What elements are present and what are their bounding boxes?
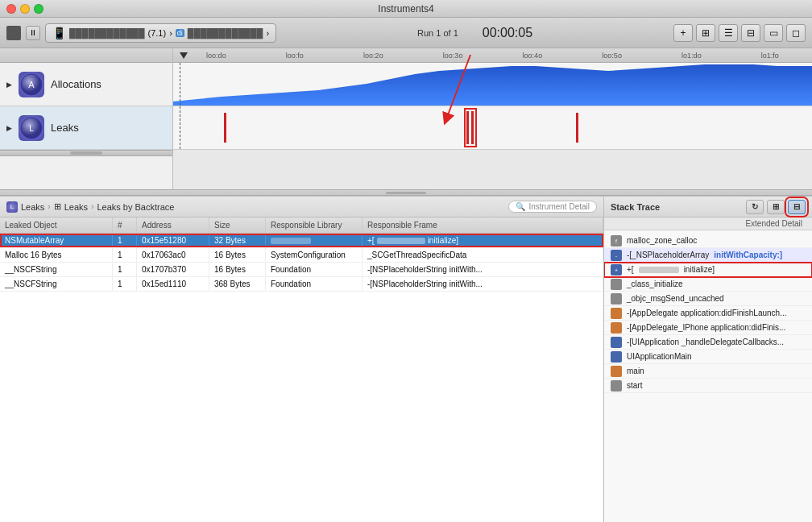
view-btn-5[interactable]: ◻ <box>786 24 806 42</box>
instruments-icon: di <box>176 29 184 37</box>
target-selector[interactable]: 📱 ████████████ (7.1) › di ████████████ › <box>45 23 276 43</box>
stack-item-9[interactable]: main <box>604 364 812 379</box>
th-address[interactable]: Address <box>137 218 209 233</box>
allocations-track[interactable] <box>173 63 812 106</box>
stack-label-10: start <box>627 381 642 390</box>
minimize-button[interactable] <box>20 4 30 14</box>
view-btn-4[interactable]: ▭ <box>764 24 783 42</box>
timeline-section: ▶ A Allocations <box>0 48 812 189</box>
td-address-2: 0x1707b370 <box>137 263 209 276</box>
svg-text:f: f <box>615 238 617 244</box>
stack-label-3: _class_initialize <box>627 280 682 288</box>
pause-button[interactable]: ⏸ <box>26 26 40 40</box>
stack-item-7[interactable]: -[UIApplication _handleDelegateCallbacks… <box>604 335 812 350</box>
extended-detail-label: Extended Detail <box>745 219 802 228</box>
leak-marker-1 <box>224 113 226 143</box>
stack-label-2b <box>639 267 679 273</box>
stack-label-1b: initWithCapacity:] <box>714 251 782 259</box>
svg-rect-15 <box>611 309 621 318</box>
tick-4: loo:4o <box>523 52 543 60</box>
search-placeholder: Instrument Detail <box>528 202 590 211</box>
zoom-button[interactable] <box>34 4 44 14</box>
stack-label-1: -[_NSPlaceholderArray <box>627 251 709 259</box>
stack-label-4: _objc_msgSend_uncached <box>627 294 724 303</box>
view-btn-1[interactable]: ⊞ <box>696 24 715 42</box>
stack-icon-6 <box>611 322 622 334</box>
stack-item-2[interactable]: + +[ initialize] <box>604 263 812 277</box>
stack-refresh-btn[interactable]: ↻ <box>746 200 764 214</box>
stack-icon-9 <box>611 366 622 377</box>
td-size-3: 368 Bytes <box>209 277 266 291</box>
leaks-track[interactable] <box>173 106 812 150</box>
stack-item-5[interactable]: -[AppDelegate application:didFinishLaunc… <box>604 306 812 321</box>
th-frame[interactable]: Responsible Frame <box>362 218 603 233</box>
td-size-2: 16 Bytes <box>209 263 266 276</box>
breadcrumb-leaks-text-2: Leaks <box>64 202 88 212</box>
allocations-icon: A <box>19 72 44 97</box>
td-frame-1: _SCGetThreadSpecificData <box>362 248 603 262</box>
table-row-1[interactable]: Malloc 16 Bytes 1 0x17063ac0 16 Bytes Sy… <box>0 248 603 263</box>
svg-rect-16 <box>611 323 621 333</box>
leak-marker-large-inner <box>466 111 469 144</box>
td-hash-0: 1 <box>113 234 137 247</box>
td-frame-2: -[NSPlaceholderString initWith... <box>362 263 603 276</box>
resize-handle[interactable] <box>0 150 172 156</box>
td-size-0: 32 Bytes <box>209 234 266 247</box>
breadcrumb-leaks-2[interactable]: Leaks <box>64 202 88 212</box>
td-object-3: __NSCFString <box>0 277 113 291</box>
td-address-0: 0x15e51280 <box>137 234 209 247</box>
instruments-panel: ▶ A Allocations <box>0 48 173 189</box>
stack-icon-0: f <box>611 235 622 246</box>
stack-item-8[interactable]: UIApplicationMain <box>604 350 812 364</box>
th-size[interactable]: Size <box>209 218 266 233</box>
main-resize-handle[interactable] <box>0 189 812 196</box>
breadcrumb-sep-2: › <box>91 202 93 211</box>
titlebar: Instruments4 <box>0 0 812 18</box>
stack-trace-panel: Stack Trace ↻ ⊞ ⊟ Extended Detail f m <box>604 197 812 522</box>
stack-icon-2: + <box>611 264 622 276</box>
th-leaked-object[interactable]: Leaked Object <box>0 218 113 233</box>
stack-item-4[interactable]: _objc_msgSend_uncached <box>604 292 812 306</box>
th-library[interactable]: Responsible Library <box>266 218 362 233</box>
td-frame-3: -[NSPlaceholderString initWith... <box>362 277 603 291</box>
stack-label-2c: initialize] <box>684 265 715 274</box>
stack-item-0[interactable]: f malloc_zone_calloc <box>604 234 812 248</box>
table-row-2[interactable]: __NSCFString 1 0x1707b370 16 Bytes Found… <box>0 263 603 277</box>
main-layout: ▶ A Allocations <box>0 48 812 522</box>
td-hash-1: 1 <box>113 248 137 262</box>
stack-label-6: -[AppDelegate_IPhone application:didFini… <box>627 323 785 332</box>
stack-item-10[interactable]: start <box>604 379 812 393</box>
detail-area: L Leaks › ⊞ Leaks › Leaks by Backtrace 🔍… <box>0 196 812 522</box>
instrument-row-leaks[interactable]: ▶ L Leaks <box>0 106 172 150</box>
table-header: Leaked Object # Address Size Responsible… <box>0 218 603 234</box>
svg-rect-18 <box>611 352 621 362</box>
instrument-row-allocations[interactable]: ▶ A Allocations <box>0 63 172 106</box>
svg-text:A: A <box>28 80 35 89</box>
close-button[interactable] <box>6 4 16 14</box>
cursor-line-leaks <box>180 106 180 149</box>
tick-1: loo:fo <box>286 52 304 60</box>
resize-grip-main <box>386 192 426 194</box>
run-info: Run 1 of 1 00:00:05 <box>281 26 669 40</box>
stack-label-8: UIApplicationMain <box>627 352 692 361</box>
stack-item-6[interactable]: -[AppDelegate_IPhone application:didFini… <box>604 321 812 335</box>
breadcrumb-leaks-by-backtrace[interactable]: Leaks by Backtrace <box>97 202 174 212</box>
instrument-detail-search[interactable]: 🔍 Instrument Detail <box>508 201 597 213</box>
th-hash[interactable]: # <box>113 218 137 233</box>
td-library-1: SystemConfiguration <box>266 248 362 262</box>
view-btn-2[interactable]: ☰ <box>719 24 738 42</box>
td-address-1: 0x17063ac0 <box>137 248 209 262</box>
breadcrumb-leaks-1[interactable]: Leaks <box>21 202 44 212</box>
stack-detail-btn[interactable]: ⊟ <box>788 200 806 214</box>
stack-item-3[interactable]: _class_initialize <box>604 277 812 292</box>
stop-button[interactable] <box>6 26 21 40</box>
add-instrument-button[interactable]: + <box>673 24 693 42</box>
view-btn-3[interactable]: ⊟ <box>741 24 760 42</box>
stack-item-1[interactable]: - -[_NSPlaceholderArray initWithCapacity… <box>604 248 812 263</box>
stack-label-7: -[UIApplication _handleDelegateCallbacks… <box>627 338 784 346</box>
table-row-3[interactable]: __NSCFString 1 0x15ed1110 368 Bytes Foun… <box>0 277 603 292</box>
playhead-marker <box>180 48 189 62</box>
svg-rect-17 <box>611 338 621 347</box>
stack-layout-btn[interactable]: ⊞ <box>767 200 785 214</box>
table-row-0[interactable]: NSMutableArray 1 0x15e51280 32 Bytes <box>0 234 603 248</box>
